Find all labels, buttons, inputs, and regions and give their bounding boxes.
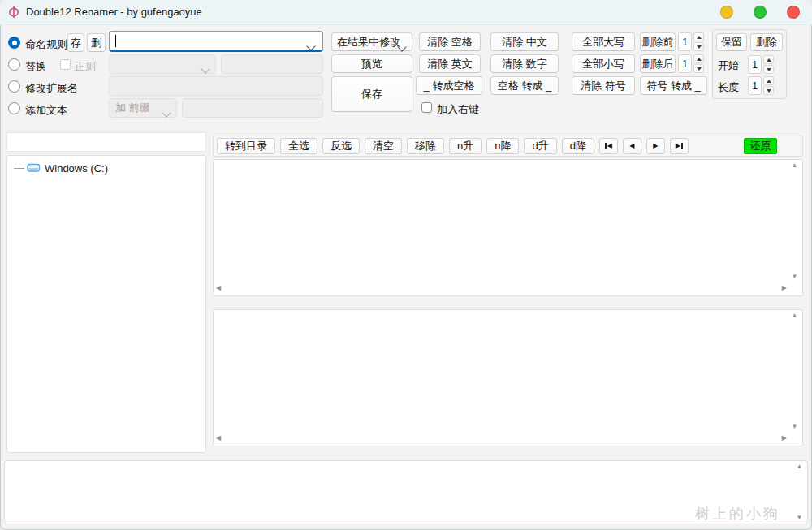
replace-to-input[interactable] (221, 54, 323, 74)
delete-after-value[interactable]: 1 (678, 54, 692, 73)
arrow-right-icon: ▶ (676, 143, 680, 149)
move-first-button[interactable]: ◀ (599, 138, 618, 154)
delete-rule-button[interactable]: 删 (87, 33, 106, 52)
horizontal-scrollbar[interactable]: ◀ ▶ (216, 282, 787, 293)
scroll-down-icon[interactable]: ▼ (792, 274, 798, 280)
start-value[interactable]: 1 (748, 55, 762, 74)
radio-add-text-label: 添加文本 (25, 103, 67, 118)
addtext-mode-value: 加 前缀 (115, 101, 150, 115)
scroll-down-icon[interactable]: ▼ (792, 424, 798, 430)
scroll-left-icon[interactable]: ◀ (216, 285, 221, 291)
radio-naming-rule[interactable] (8, 37, 20, 49)
maximize-button[interactable] (754, 6, 767, 19)
addtext-input[interactable] (182, 98, 323, 118)
context-menu-checkbox[interactable] (421, 102, 432, 113)
path-input[interactable] (6, 132, 206, 152)
preview-button[interactable]: 预览 (331, 54, 412, 73)
minimize-button[interactable] (720, 6, 733, 19)
lowercase-button[interactable]: 全部小写 (572, 54, 635, 73)
chevron-down-icon[interactable] (399, 41, 405, 53)
clear-list-button[interactable]: 清空 (365, 138, 402, 154)
start-label: 开始 (718, 58, 739, 73)
radio-change-extension[interactable] (8, 80, 20, 93)
length-value[interactable]: 1 (748, 76, 762, 95)
scroll-up-icon[interactable]: ▲ (797, 463, 803, 470)
spin-down-icon[interactable] (693, 42, 704, 51)
delete-before-value[interactable]: 1 (678, 32, 692, 51)
result-file-list[interactable]: ▲ ▼ ◀ ▶ (213, 309, 803, 446)
length-label: 长度 (718, 80, 739, 95)
title-bar: Double12 Renamer - by gufengaoyue (0, 0, 812, 25)
invert-selection-button[interactable]: 反选 (322, 138, 360, 154)
delete-after-stepper[interactable] (693, 54, 704, 73)
spin-down-icon[interactable] (763, 65, 774, 74)
scroll-up-icon[interactable]: ▲ (792, 162, 798, 169)
vertical-scrollbar[interactable]: ▲ ▼ (789, 162, 800, 280)
move-prev-button[interactable]: ◀ (623, 138, 641, 154)
horizontal-scrollbar[interactable]: ◀ ▶ (216, 433, 787, 443)
date-descending-button[interactable]: d降 (562, 138, 594, 154)
space-to-underscore-button[interactable]: 空格 转成 _ (490, 76, 559, 95)
log-textarea[interactable]: ▲ ▼ (4, 460, 808, 524)
spin-up-icon[interactable] (693, 32, 704, 41)
chevron-down-icon (163, 106, 170, 118)
remove-item-button[interactable]: 移除 (407, 138, 444, 154)
naming-rule-combo[interactable] (109, 31, 323, 52)
spin-up-icon[interactable] (763, 55, 774, 64)
extension-input[interactable] (109, 76, 323, 96)
spin-up-icon[interactable] (763, 76, 774, 85)
clear-english-button[interactable]: 清除 英文 (419, 54, 481, 73)
store-rule-button[interactable]: 存 (67, 33, 84, 52)
scroll-up-icon[interactable]: ▲ (792, 312, 798, 319)
clear-spaces-button[interactable]: 清除 空格 (419, 32, 481, 51)
delete-after-button[interactable]: 删除后 (640, 54, 676, 73)
scroll-right-icon[interactable]: ▶ (782, 435, 787, 442)
uppercase-button[interactable]: 全部大写 (572, 32, 635, 51)
close-button[interactable] (787, 6, 800, 19)
source-file-list[interactable]: ▲ ▼ ◀ ▶ (213, 159, 803, 296)
underscore-to-space-button[interactable]: _ 转成空格 (416, 76, 482, 95)
radio-add-text[interactable] (8, 102, 20, 114)
regex-checkbox[interactable] (60, 59, 71, 70)
scroll-right-icon[interactable]: ▶ (782, 285, 787, 291)
context-menu-checkbox-label: 加入右键 (437, 102, 479, 117)
select-all-button[interactable]: 全选 (280, 138, 317, 154)
spin-down-icon[interactable] (693, 64, 704, 73)
addtext-mode-combo[interactable]: 加 前缀 (109, 98, 177, 118)
spin-down-icon[interactable] (763, 86, 774, 95)
tree-item-drive-c[interactable]: Windows (C:) (14, 161, 108, 175)
save-button[interactable]: 保存 (331, 76, 412, 112)
radio-naming-rule-label: 命名规则 (25, 37, 67, 52)
date-ascending-button[interactable]: d升 (524, 138, 556, 154)
delete-before-stepper[interactable] (693, 32, 704, 51)
restore-button[interactable]: 还原 (744, 138, 777, 154)
group-delete-button[interactable]: 删除 (750, 33, 783, 51)
file-toolbar: 转到目录 全选 反选 清空 移除 n升 n降 d升 d降 ◀ ◀ ▶ ▶ 还原 (213, 136, 803, 157)
clear-chinese-button[interactable]: 清除 中文 (490, 32, 559, 51)
bar-icon (605, 143, 607, 149)
vertical-scrollbar[interactable]: ▲ ▼ (789, 312, 800, 430)
folder-tree[interactable]: Windows (C:) (6, 155, 206, 453)
move-last-button[interactable]: ▶ (670, 138, 689, 154)
symbol-to-underscore-button[interactable]: 符号 转成 _ (640, 76, 707, 95)
name-ascending-button[interactable]: n升 (449, 138, 482, 154)
clear-digits-button[interactable]: 清除 数字 (490, 54, 559, 73)
radio-replace[interactable] (8, 58, 20, 71)
replace-from-combo[interactable] (109, 54, 216, 74)
scroll-left-icon[interactable]: ◀ (216, 435, 221, 442)
move-next-button[interactable]: ▶ (646, 138, 665, 154)
keep-button[interactable]: 保留 (716, 33, 747, 51)
scroll-down-icon[interactable]: ▼ (797, 515, 803, 521)
result-modify-combo[interactable]: 在结果中修改 (331, 32, 412, 51)
length-stepper[interactable] (763, 76, 774, 95)
spin-up-icon[interactable] (693, 54, 704, 63)
chevron-down-icon (202, 62, 209, 75)
start-stepper[interactable] (763, 55, 774, 74)
name-descending-button[interactable]: n降 (486, 138, 519, 154)
clear-symbols-button[interactable]: 清除 符号 (572, 76, 635, 95)
goto-directory-button[interactable]: 转到目录 (217, 138, 275, 154)
vertical-scrollbar[interactable]: ▲ ▼ (794, 463, 805, 521)
app-window: Double12 Renamer - by gufengaoyue 命名规则 存… (0, 0, 812, 530)
chevron-down-icon[interactable] (308, 40, 314, 52)
delete-before-button[interactable]: 删除前 (640, 32, 676, 51)
